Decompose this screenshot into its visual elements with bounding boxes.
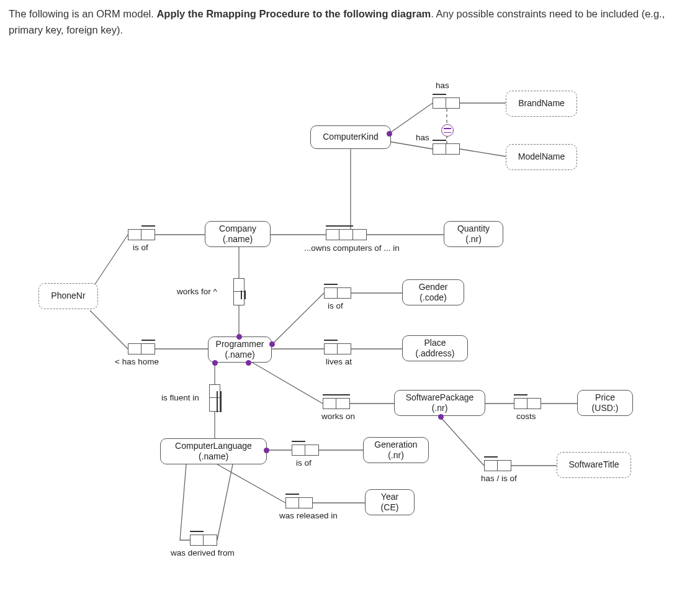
mandatory-dot — [212, 360, 218, 366]
role-box — [353, 229, 367, 240]
entity-ref: (.name) — [166, 451, 261, 463]
entity-label: PhoneNr — [44, 291, 92, 302]
role-label-lives-at: lives at — [326, 357, 352, 366]
role-box — [446, 97, 460, 109]
entity-label: SoftwareTitle — [562, 459, 626, 471]
role-is-of-generation — [292, 445, 319, 456]
entity-ref: (.address) — [408, 348, 462, 359]
role-box — [141, 343, 155, 354]
role-box — [484, 460, 498, 471]
entity-generation: Generation (.nr) — [363, 437, 429, 463]
entity-company: Company (.name) — [205, 221, 271, 247]
role-label-is-fluent: is fluent in — [161, 393, 199, 402]
external-uniqueness-icon — [441, 124, 454, 137]
entity-label: Programmer — [213, 339, 266, 350]
role-box — [338, 343, 351, 354]
role-box — [446, 143, 460, 155]
role-box — [141, 229, 155, 240]
svg-line-21 — [248, 360, 323, 404]
svg-line-10 — [90, 235, 128, 292]
role-box — [285, 497, 299, 508]
svg-line-29 — [217, 464, 285, 503]
role-has-home — [128, 343, 155, 354]
svg-line-25 — [441, 417, 484, 466]
entity-label: ComputerKind — [316, 132, 385, 143]
role-label-owns-computers: ...owns computers of ... in — [304, 243, 400, 253]
role-box — [128, 229, 141, 240]
role-label-costs: costs — [516, 412, 536, 421]
role-box — [299, 497, 313, 508]
role-label-is-of-gender: is of — [328, 301, 343, 310]
mandatory-dot — [269, 341, 275, 347]
svg-line-3 — [460, 149, 506, 156]
svg-line-2 — [389, 142, 433, 149]
role-box — [233, 278, 245, 292]
entity-label: Place — [408, 338, 462, 349]
entity-softwarepackage: SoftwarePackage (.nr) — [394, 390, 485, 416]
entity-ref: (.nr) — [400, 403, 480, 414]
role-has-brand — [433, 97, 460, 109]
role-label-is-of-generation: is of — [296, 458, 312, 467]
entity-place: Place (.address) — [402, 335, 468, 361]
role-box — [324, 287, 338, 299]
role-works-on — [323, 398, 350, 409]
entity-label: Company — [210, 224, 265, 235]
mandatory-dot — [236, 334, 242, 340]
entity-ref: (CE) — [370, 502, 409, 513]
entity-label: Year — [370, 492, 409, 503]
entity-label: Gender — [408, 282, 459, 293]
role-box — [204, 535, 217, 546]
role-owns-computers — [326, 229, 367, 240]
role-label-has-is-of: has / is of — [481, 474, 517, 483]
entity-label: ComputerLanguage — [166, 441, 261, 452]
entity-label: Generation — [369, 440, 423, 451]
entity-ref: (USD:) — [583, 403, 627, 414]
role-label-was-derived: was derived from — [171, 548, 235, 558]
role-has-model — [433, 143, 460, 155]
role-label-has-model: has — [416, 133, 429, 142]
role-box — [514, 398, 527, 409]
entity-gender: Gender (.code) — [402, 279, 464, 305]
entity-computerkind: ComputerKind — [310, 125, 391, 149]
entity-quantity: Quantity (.nr) — [444, 221, 503, 247]
role-box — [433, 143, 446, 155]
role-label-works-for: works for ^ — [177, 287, 217, 296]
value-brandname: BrandName — [506, 91, 577, 117]
value-modelname: ModelName — [506, 144, 577, 170]
entity-label: SoftwarePackage — [400, 392, 480, 404]
role-box — [305, 445, 319, 456]
role-box — [336, 398, 350, 409]
role-box — [433, 97, 446, 109]
entity-programmer: Programmer (.name) — [208, 336, 272, 363]
value-softwaretitle: SoftwareTitle — [557, 452, 631, 478]
entity-ref: (.code) — [408, 292, 459, 304]
role-label-works-on: works on — [321, 412, 355, 421]
mandatory-dot — [264, 448, 269, 453]
orm-diagram: ComputerKind has BrandName has ModelName… — [0, 62, 700, 596]
prompt-pre: The following is an ORM model. — [9, 8, 156, 19]
value-phonenr: PhoneNr — [38, 283, 98, 309]
role-was-released — [285, 497, 313, 508]
mandatory-dot — [387, 131, 392, 137]
role-lives-at — [324, 343, 351, 354]
svg-line-13 — [272, 293, 324, 345]
mandatory-dot — [438, 414, 444, 420]
role-box — [190, 535, 204, 546]
role-is-of-gender — [324, 287, 351, 299]
role-label-has-brand: has — [436, 81, 449, 90]
entity-ref: (.name) — [210, 234, 265, 245]
role-label-has-home: < has home — [115, 357, 159, 366]
role-box — [326, 229, 339, 240]
entity-label: Quantity — [449, 224, 498, 235]
role-box — [498, 460, 511, 471]
entity-label: BrandName — [511, 98, 572, 109]
question-prompt: The following is an ORM model. Apply the… — [0, 0, 700, 44]
entity-ref: (.nr) — [449, 234, 498, 245]
role-box — [324, 343, 338, 354]
role-box — [128, 343, 141, 354]
role-has-is-of — [484, 460, 511, 471]
role-label-is-of-phone: is of — [133, 243, 148, 252]
prompt-bold: Apply the Rmapping Procedure to the foll… — [156, 8, 431, 19]
entity-ref: (.nr) — [369, 450, 423, 461]
svg-line-16 — [90, 310, 128, 349]
